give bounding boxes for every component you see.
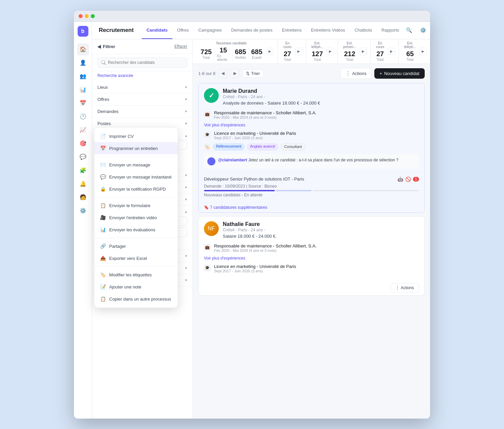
filter-title: ◀ Filtrer xyxy=(97,44,115,49)
maximize-dot[interactable] xyxy=(91,14,95,18)
filter-tags: Anglais avancé ✕ Anglais ✕ xyxy=(97,159,187,166)
filter-offres-header[interactable]: Offres ▾ xyxy=(97,97,187,102)
sidebar-icon-chart[interactable]: 📊 xyxy=(77,84,89,96)
candidate-search-input[interactable] xyxy=(97,57,187,68)
stats-nav-btn-teleph2[interactable]: ▶ xyxy=(419,48,427,55)
card-actions-nathalie: ⋮ Actions xyxy=(199,280,424,295)
filter-postes-header[interactable]: Postes ▾ xyxy=(97,121,187,126)
sidebar-icon-settings[interactable]: ⚙️ xyxy=(77,205,89,217)
stats-nav-right-btn[interactable]: ▶ xyxy=(266,48,274,55)
nav-actions: 🔍 ⚙️ ⏱️ 🔔 xyxy=(404,25,430,36)
chevron-down-icon: ▾ xyxy=(185,85,187,89)
bar-gray xyxy=(312,190,419,191)
see-more-exp-marie[interactable]: Voir plus d'expériences xyxy=(204,123,419,127)
advanced-search-link[interactable]: Recherche avancée xyxy=(92,71,193,81)
filter-formulaires-header[interactable]: Formulaires ▾ xyxy=(97,254,187,259)
pipeline-icons: 🤖 🚫 5 xyxy=(397,177,419,182)
sidebar-icon-clock[interactable]: 🕐 xyxy=(77,111,89,123)
filter-section-demandes: Demandes ▾ xyxy=(92,106,193,118)
tag-type-select[interactable]: Au moins un xyxy=(97,140,187,150)
nav-tab-entretiens-videos[interactable]: Entretiens Vidéos xyxy=(306,22,350,39)
candidate-meta-marie: Créteil - Paris - 24 ans - xyxy=(223,94,419,99)
sidebar-icon-home[interactable]: 🏠 xyxy=(77,43,89,55)
app-title: Recrutement xyxy=(99,27,134,34)
candidates-list: ✓ Marie Durand Créteil - Paris - 24 ans … xyxy=(193,83,430,419)
nav-tab-demandes[interactable]: Demandes de postes xyxy=(226,22,277,39)
video-type-select[interactable]: Entretiens Vidéos xyxy=(97,228,187,237)
stats-nav-btn-encours2[interactable]: ▶ xyxy=(388,48,395,55)
sidebar-icon-chat[interactable]: 💬 xyxy=(77,151,89,163)
card-comment-marie: @clairelambert Jetez un œil à ce candida… xyxy=(204,154,419,169)
new-candidate-button[interactable]: + Nouveau candidat xyxy=(374,68,425,79)
more-apps-text: 7 candidatures supplémentaires xyxy=(210,205,267,210)
filter-etiquettes-header[interactable]: Étiquettes de candidats ▴ xyxy=(97,133,187,138)
comment-text: Jetez un œil à ce candidat : a-t-il sa p… xyxy=(248,158,398,162)
video-toggle[interactable] xyxy=(97,240,110,246)
bar-light xyxy=(276,190,311,191)
see-more-exp-nathalie[interactable]: Voir plus d'expériences xyxy=(204,256,419,261)
card-actions-btn-nathalie[interactable]: ⋮ Actions xyxy=(390,283,419,292)
stats-nav-btn-presen1[interactable]: ▶ xyxy=(360,48,367,55)
stat-ecarte: 685 Écarté xyxy=(249,48,265,60)
filter-processus-header[interactable]: Étiquettes de processus ▾ xyxy=(97,197,187,202)
tag-consultant: Consultant xyxy=(281,143,306,151)
filter-video-header[interactable]: Entretiens Vidéos ▴ xyxy=(97,209,187,214)
settings-btn[interactable]: ⚙️ xyxy=(418,25,429,36)
close-dot[interactable] xyxy=(79,14,83,18)
stats-section-encours2: En cours 27 Total ▶ xyxy=(373,39,398,64)
filter-section-formulaires: Formulaires ▾ xyxy=(92,250,193,262)
nav-tab-offres[interactable]: Offres xyxy=(172,22,194,39)
search-btn[interactable]: 🔍 xyxy=(404,25,415,36)
edu-period-nathalie: Sept 2017 - Juin 2020 (3 ans) xyxy=(214,269,296,273)
add-tag-link[interactable]: + Ajouter une étiquette xyxy=(97,152,187,156)
actions-label: Actions xyxy=(352,71,367,76)
card-body-nathalie: 💼 Responsable de maintenance - Scholler … xyxy=(199,243,424,280)
chevron-down-icon-statut: ▾ xyxy=(185,278,187,282)
candidate-info-marie: Marie Durand Créteil - Paris - 24 ans - … xyxy=(223,88,419,106)
sidebar-icon-puzzle[interactable]: 🧩 xyxy=(77,164,89,177)
filter-demandes-header[interactable]: Demandes ▾ xyxy=(97,109,187,114)
sort-icon: ⇅ xyxy=(246,71,250,76)
filter-section-statut: Statut de recrutement ▾ xyxy=(92,274,193,286)
sidebar-icon-calendar[interactable]: 📅 xyxy=(77,97,89,109)
tag-anglais: Anglais ✕ xyxy=(137,159,161,166)
pagination-next-btn[interactable]: ▶ xyxy=(230,69,240,78)
remove-tag-anglais[interactable]: ✕ xyxy=(154,160,157,165)
sidebar-icon-alert[interactable]: 🔔 xyxy=(77,178,89,190)
stat-en-attente: 15 En attente xyxy=(214,46,233,62)
sidebar-icon-users[interactable]: 👤 xyxy=(77,57,89,69)
stats-nav-btn-teleph1[interactable]: ▶ xyxy=(327,48,334,55)
pagination-prev-btn[interactable]: ◀ xyxy=(218,69,227,78)
pipeline-title: Développeur Senior Python de solutions I… xyxy=(204,177,304,182)
sidebar-icon-person[interactable]: 🧑 xyxy=(77,191,89,203)
sidebar-icon-target[interactable]: 🎯 xyxy=(77,138,89,150)
tag-anglais-avance: Anglais avancé ✕ xyxy=(97,159,135,166)
nav-tab-campagnes[interactable]: Campagnes xyxy=(194,22,226,39)
app-layout: b 🏠 👤 👥 📊 📅 🕐 📈 🎯 💬 🧩 🔔 🧑 ⚙️ Recrutement… xyxy=(74,22,430,419)
filter-questions-header[interactable]: Questions et réponses ▾ xyxy=(97,173,187,178)
filter-clear-btn[interactable]: Effacer xyxy=(174,44,187,49)
edu-item-nathalie: 🎓 Licence en marketing - Université de P… xyxy=(204,264,419,273)
candidate-card-nathalie: NF Nathalie Faure Créteil - Paris - 24 a… xyxy=(198,216,425,296)
more-applications-link[interactable]: 🔖 7 candidatures supplémentaires xyxy=(199,202,424,212)
nav-tab-entretiens[interactable]: Entretiens xyxy=(277,22,306,39)
nav-tab-rapports[interactable]: Rapports xyxy=(377,22,404,39)
actions-dots-nat: ⋮ xyxy=(395,285,400,290)
minimize-dot[interactable] xyxy=(85,14,89,18)
video-status-select[interactable]: Statut xyxy=(97,216,187,226)
filter-section-rgpd: Consentement RGPD ▾ xyxy=(92,182,193,194)
sort-button[interactable]: ⇅ Trier xyxy=(242,69,263,78)
nav-tab-chatbots[interactable]: Chatbots xyxy=(350,22,377,39)
actions-button[interactable]: ⋮ Actions xyxy=(340,68,372,79)
candidates-toolbar: 1-8 sur 8 ◀ ▶ ⇅ Trier ⋮ Actions xyxy=(193,64,430,83)
filter-rgpd-header[interactable]: Consentement RGPD ▾ xyxy=(97,185,187,190)
filter-statut-header[interactable]: Statut de recrutement ▾ xyxy=(97,278,187,283)
sidebar-icon-graph[interactable]: 📈 xyxy=(77,124,89,136)
remove-tag-anglais-avance[interactable]: ✕ xyxy=(128,160,131,165)
stats-nav-btn-encours1[interactable]: ▶ xyxy=(295,48,302,55)
filter-chatbot-header[interactable]: Chatbot ▾ xyxy=(97,266,187,271)
sidebar-icon-group[interactable]: 👥 xyxy=(77,70,89,82)
filter-lieux-header[interactable]: Lieux ▾ xyxy=(97,85,187,90)
nav-tab-candidats[interactable]: Candidats xyxy=(142,22,172,39)
chevron-down-icon-processus: ▾ xyxy=(185,197,187,202)
